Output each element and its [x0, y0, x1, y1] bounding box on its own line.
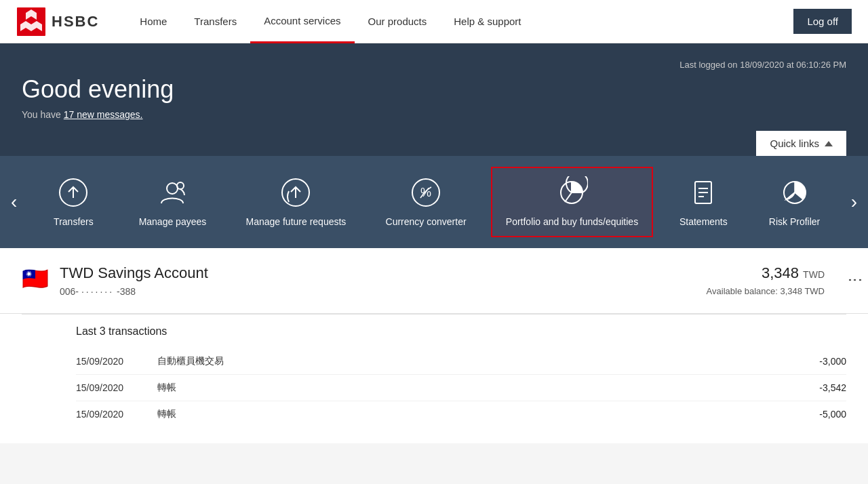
tx-amount-1: -3,000 [792, 356, 846, 367]
account-number-suffix: -388 [117, 286, 136, 297]
quick-actions-carousel: ‹ Transfers Manage payees [0, 156, 868, 248]
transactions-section: Last 3 transactions 15/09/2020 自動櫃員機交易 -… [0, 315, 868, 443]
account-left-section: 🇹🇼 TWD Savings Account 006- ······· -388 [22, 264, 208, 297]
available-balance: Available balance: 3,348 TWD [707, 286, 825, 296]
messages-line: You have 17 new messages. [22, 109, 846, 120]
nav-transfers[interactable]: Transfers [180, 0, 250, 43]
table-row: 15/09/2020 轉帳 -3,542 [76, 375, 846, 401]
action-statements[interactable]: Statements [663, 167, 744, 237]
carousel-items-container: Transfers Manage payees Manage future re… [28, 167, 840, 237]
person-icon [156, 176, 189, 209]
action-future-requests-label: Manage future requests [245, 216, 346, 228]
account-number-dots: ······· [81, 286, 114, 297]
svg-point-8 [177, 182, 184, 189]
action-portfolio-label: Portfolio and buy funds/equities [506, 216, 638, 228]
hsbc-logo-icon [16, 7, 46, 37]
action-transfers[interactable]: Transfers [33, 167, 114, 237]
account-number: 006- ······· -388 [60, 286, 208, 297]
tx-amount-2: -3,542 [792, 382, 846, 393]
table-row: 15/09/2020 自動櫃員機交易 -3,000 [76, 348, 846, 375]
account-number-prefix: 006- [60, 286, 79, 297]
action-manage-payees-label: Manage payees [139, 216, 207, 228]
main-content: 🇹🇼 TWD Savings Account 006- ······· -388… [0, 248, 868, 443]
action-currency-converter[interactable]: % Currency converter [371, 167, 481, 237]
carousel-next-button[interactable]: › [840, 193, 868, 211]
tx-date-2: 15/09/2020 [76, 382, 157, 393]
account-right-section: 3,348 TWD Available balance: 3,348 TWD [707, 264, 825, 296]
quick-links-bar: Quick links [22, 131, 846, 156]
balance-amount: 3,348 [762, 264, 799, 281]
table-row: 15/09/2020 轉帳 -5,000 [76, 401, 846, 427]
nav-account-services[interactable]: Account services [250, 0, 354, 43]
balance-currency: TWD [803, 269, 825, 280]
tx-amount-3: -5,000 [792, 409, 846, 420]
logo-text: HSBC [52, 13, 99, 31]
account-options-button[interactable]: ⋮ [851, 273, 860, 289]
action-portfolio[interactable]: Portfolio and buy funds/equities [491, 167, 653, 237]
future-requests-icon [279, 176, 312, 209]
tx-desc-1: 自動櫃員機交易 [157, 355, 792, 367]
messages-link[interactable]: 17 new messages. [64, 109, 143, 120]
pie-chart-icon [555, 176, 588, 209]
quick-links-label: Quick links [770, 138, 819, 149]
svg-point-7 [167, 183, 178, 194]
transactions-title: Last 3 transactions [76, 325, 846, 338]
account-card: 🇹🇼 TWD Savings Account 006- ······· -388… [0, 248, 868, 314]
greeting-text: Good evening [22, 75, 846, 104]
tx-date-1: 15/09/2020 [76, 356, 157, 367]
account-balance: 3,348 TWD [707, 264, 825, 282]
document-icon [687, 176, 719, 209]
nav-home[interactable]: Home [126, 0, 180, 43]
action-transfers-label: Transfers [54, 216, 94, 228]
action-future-requests[interactable]: Manage future requests [231, 167, 361, 237]
action-risk-profiler[interactable]: Risk Profiler [754, 167, 835, 237]
navigation-bar: HSBC Home Transfers Account services Our… [0, 0, 868, 43]
tx-date-3: 15/09/2020 [76, 409, 157, 420]
percent-circle-icon: % [410, 176, 442, 209]
logo[interactable]: HSBC [16, 7, 99, 37]
chevron-up-icon [825, 141, 833, 146]
action-currency-label: Currency converter [386, 216, 467, 228]
messages-prefix: You have [22, 109, 64, 120]
carousel-prev-button[interactable]: ‹ [0, 193, 28, 211]
flag-icon: 🇹🇼 [22, 266, 49, 291]
action-statements-label: Statements [679, 216, 728, 228]
tx-desc-3: 轉帳 [157, 408, 792, 420]
action-risk-profiler-label: Risk Profiler [769, 216, 820, 228]
upload-circle-icon [57, 176, 90, 209]
tx-desc-2: 轉帳 [157, 382, 792, 394]
hero-section: Last logged on 18/09/2020 at 06:10:26 PM… [0, 43, 868, 156]
nav-help-support[interactable]: Help & support [440, 0, 534, 43]
pie-chart-broken-icon [778, 176, 811, 209]
account-name: TWD Savings Account [60, 264, 208, 282]
svg-line-16 [565, 193, 572, 202]
action-manage-payees[interactable]: Manage payees [124, 167, 222, 237]
nav-links: Home Transfers Account services Our prod… [126, 0, 793, 43]
account-info: TWD Savings Account 006- ······· -388 [60, 264, 208, 297]
nav-our-products[interactable]: Our products [355, 0, 441, 43]
log-off-button[interactable]: Log off [793, 9, 852, 34]
quick-links-button[interactable]: Quick links [756, 131, 846, 156]
last-logged-text: Last logged on 18/09/2020 at 06:10:26 PM [22, 60, 846, 70]
